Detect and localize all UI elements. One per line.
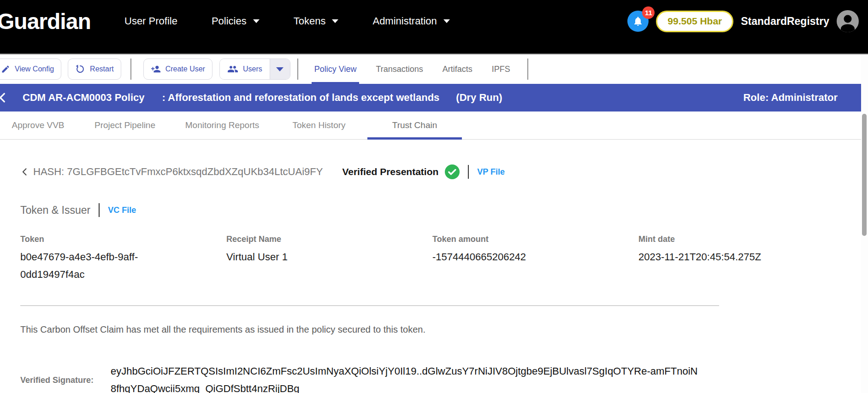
chevron-down-icon — [443, 19, 450, 23]
nav-policies-label: Policies — [212, 15, 247, 27]
field-value: -1574440665206242 — [432, 248, 638, 266]
field-value: Virtual User 1 — [226, 248, 432, 266]
hbar-balance-value: 99.505 Hbar — [667, 16, 722, 27]
view-config-button[interactable]: View Config — [0, 59, 61, 80]
restart-label: Restart — [90, 65, 114, 73]
tab-ipfs-label: IPFS — [492, 65, 510, 74]
field-token-amount: Token amount -1574440665206242 — [432, 235, 638, 283]
verified-presentation-title: Verified Presentation — [342, 166, 438, 177]
toolbar-separator — [130, 59, 131, 80]
chevron-left-icon — [0, 91, 9, 105]
signature-label: Verified Signature: — [20, 375, 111, 385]
field-label: Token — [20, 235, 226, 244]
vertical-divider — [468, 165, 469, 179]
tab-approve-vvb[interactable]: Approve VVB — [0, 111, 76, 139]
dry-run-badge: (Dry Run) — [456, 92, 502, 104]
notifications-button[interactable]: 11 — [627, 11, 649, 32]
header-right: 11 99.505 Hbar StandardRegistry — [627, 10, 859, 32]
account-name: StandardRegistry — [741, 15, 829, 28]
toolbar-tabs: Policy View Transactions Artifacts IPFS — [305, 54, 520, 84]
field-token: Token b0e47679-a4e3-4efb-9aff-0dd19497f4… — [20, 235, 226, 283]
avatar[interactable] — [837, 10, 859, 32]
signature-value: eyJhbGciOiJFZERTQSIsImI2NCI6ZmFsc2UsImNy… — [111, 363, 703, 393]
chevron-down-icon — [332, 19, 338, 23]
nav-tokens-label: Tokens — [294, 15, 326, 27]
field-label: Mint date — [638, 235, 844, 244]
chevron-left-icon — [20, 166, 30, 177]
policy-banner: CDM AR-ACM0003 Policy : Afforestation an… — [0, 84, 868, 111]
main-nav: User Profile Policies Tokens Administrat… — [124, 15, 450, 27]
tab-token-history-label: Token History — [292, 120, 345, 130]
view-config-label: View Config — [15, 65, 54, 73]
section-title: Token & Issuer — [20, 204, 90, 217]
tab-project-pipeline-label: Project Pipeline — [94, 120, 155, 130]
hash-row: HASH: 7GLGFBGEtcTvFmxcP6ktxsqdZbdXZqUKb3… — [20, 164, 840, 180]
people-icon — [227, 64, 238, 75]
restart-button[interactable]: Restart — [68, 59, 121, 80]
nav-policies[interactable]: Policies — [212, 15, 260, 27]
vertical-scrollbar — [861, 55, 868, 393]
notification-badge: 11 — [642, 6, 655, 19]
tab-policy-view-label: Policy View — [314, 65, 357, 74]
guardian-logo: Guardian — [0, 9, 96, 34]
toolbar-separator — [297, 59, 298, 80]
app-header: Guardian User Profile Policies Tokens Ad… — [0, 0, 868, 54]
tab-ipfs[interactable]: IPFS — [490, 54, 512, 84]
tab-artifacts-label: Artifacts — [443, 65, 472, 74]
policy-subtitle: : Afforestation and reforestation of lan… — [162, 92, 439, 104]
chevron-down-icon — [276, 67, 283, 71]
toolbar-separator — [527, 59, 528, 80]
signature-row: Verified Signature: eyJhbGciOiJFZERTQSIs… — [20, 363, 840, 393]
tab-approve-vvb-label: Approve VVB — [12, 120, 64, 130]
trust-chain-content: HASH: 7GLGFBGEtcTvFmxcP6ktxsqdZbdXZqUKb3… — [0, 164, 868, 393]
person-add-icon — [151, 64, 161, 74]
field-receipt-name: Receipt Name Virtual User 1 — [226, 235, 432, 283]
content-divider — [20, 305, 719, 306]
tab-policy-view[interactable]: Policy View — [313, 54, 358, 84]
tab-project-pipeline[interactable]: Project Pipeline — [76, 111, 174, 139]
field-mint-date: Mint date 2023-11-21T20:45:54.275Z — [638, 235, 844, 283]
vp-file-link[interactable]: VP File — [477, 167, 505, 177]
tab-trust-chain-label: Trust Chain — [392, 120, 437, 130]
field-label: Token amount — [432, 235, 638, 244]
policy-step-tabs: Approve VVB Project Pipeline Monitoring … — [0, 111, 861, 140]
tab-artifacts[interactable]: Artifacts — [441, 54, 474, 84]
nav-administration-label: Administration — [372, 15, 437, 27]
field-value: 2023-11-21T20:45:54.275Z — [638, 248, 844, 266]
users-button[interactable]: Users — [220, 59, 270, 79]
create-user-label: Create User — [165, 65, 205, 73]
check-circle-icon — [445, 164, 460, 179]
users-dropdown-button[interactable] — [270, 59, 290, 79]
field-value: b0e47679-a4e3-4efb-9aff-0dd19497f4ac — [20, 248, 161, 283]
nav-tokens[interactable]: Tokens — [294, 15, 339, 27]
users-split-button: Users — [219, 59, 290, 80]
policy-toolbar: View Config Restart Create User Users — [0, 54, 868, 84]
restore-icon — [75, 64, 85, 74]
vc-file-link[interactable]: VC File — [108, 205, 136, 215]
tab-monitoring-reports[interactable]: Monitoring Reports — [174, 111, 271, 139]
nav-user-profile-label: User Profile — [124, 15, 177, 27]
tab-trust-chain[interactable]: Trust Chain — [367, 111, 462, 139]
pencil-icon — [1, 65, 10, 74]
tab-token-history[interactable]: Token History — [271, 111, 367, 139]
field-label: Receipt Name — [226, 235, 432, 244]
tab-transactions-label: Transactions — [376, 65, 423, 74]
hash-value: HASH: 7GLGFBGEtcTvFmxcP6ktxsqdZbdXZqUKb3… — [33, 166, 323, 178]
chevron-down-icon — [253, 19, 260, 23]
nav-user-profile[interactable]: User Profile — [124, 15, 177, 27]
avatar-icon — [837, 10, 859, 32]
policy-name: CDM AR-ACM0003 Policy — [23, 92, 144, 104]
role-label: Role: Administrator — [743, 92, 838, 104]
token-issuer-row: Token & Issuer VC File — [20, 202, 840, 218]
claim-statement: This Carbon Offset Claim has met all the… — [20, 324, 840, 335]
nav-administration[interactable]: Administration — [372, 15, 449, 27]
token-fields: Token b0e47679-a4e3-4efb-9aff-0dd19497f4… — [20, 235, 840, 283]
hbar-balance[interactable]: 99.505 Hbar — [656, 11, 733, 32]
create-user-button[interactable]: Create User — [143, 59, 213, 80]
tab-monitoring-reports-label: Monitoring Reports — [185, 120, 260, 130]
hash-back-button[interactable] — [20, 166, 30, 177]
tab-transactions[interactable]: Transactions — [374, 54, 424, 84]
back-button[interactable] — [0, 91, 9, 105]
users-label: Users — [243, 65, 262, 73]
scrollbar-thumb[interactable] — [862, 114, 867, 236]
